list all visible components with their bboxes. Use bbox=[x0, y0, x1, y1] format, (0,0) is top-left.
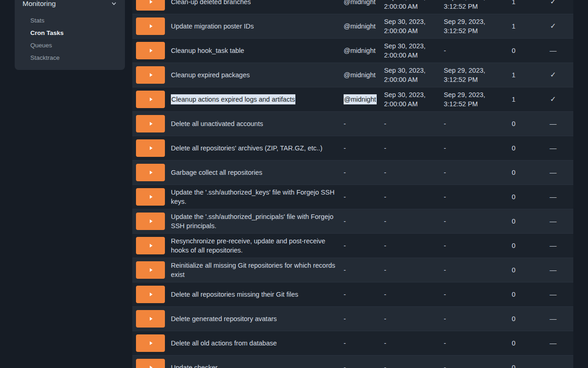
task-name: Delete generated repository avatars bbox=[171, 307, 342, 331]
dash-icon: — bbox=[550, 46, 557, 55]
table-row: Reinitialize all missing Git repositorie… bbox=[132, 258, 573, 282]
task-schedule: - bbox=[342, 112, 384, 136]
task-schedule: - bbox=[342, 258, 384, 282]
task-name: Delete all repositories' archives (ZIP, … bbox=[171, 136, 342, 160]
task-previous-run: Sep 29, 2023, 3:12:52 PM bbox=[444, 14, 505, 38]
task-exec-count: 0 bbox=[505, 282, 533, 306]
task-schedule: @midnight bbox=[342, 87, 384, 111]
task-schedule: - bbox=[342, 161, 384, 184]
task-next-run: Sep 30, 2023, 2:00:00 AM bbox=[384, 63, 444, 87]
dash-icon: — bbox=[550, 314, 557, 323]
task-schedule: - bbox=[342, 209, 384, 233]
table-row: Delete all old actions from database - -… bbox=[132, 331, 573, 356]
task-schedule: @midnight bbox=[342, 39, 384, 63]
run-task-button[interactable] bbox=[136, 310, 165, 328]
run-task-button[interactable] bbox=[136, 237, 165, 254]
task-next-run: Sep 30, 2023, 2:00:00 AM bbox=[384, 0, 444, 14]
task-status: ✓ bbox=[533, 14, 573, 38]
task-schedule: @midnight bbox=[342, 63, 384, 87]
task-status: — bbox=[533, 112, 573, 136]
run-task-button[interactable] bbox=[136, 0, 165, 11]
sidebar-item-stacktrace[interactable]: Stacktrace bbox=[15, 52, 125, 64]
table-row: Cleanup actions expired logs and artifac… bbox=[132, 87, 573, 112]
run-task-button[interactable] bbox=[136, 42, 165, 59]
sidebar-item-cron-tasks[interactable]: Cron Tasks bbox=[15, 27, 125, 39]
task-next-run: Sep 30, 2023, 2:00:00 AM bbox=[384, 87, 444, 111]
play-icon bbox=[150, 268, 153, 272]
task-name: Update the '.ssh/authorized_principals' … bbox=[171, 209, 342, 233]
task-next-run: - bbox=[384, 282, 444, 306]
run-task-button[interactable] bbox=[136, 91, 165, 108]
table-row: Update checker - - - 0 — bbox=[132, 356, 573, 368]
task-next-run: - bbox=[384, 161, 444, 184]
task-exec-count: 0 bbox=[505, 161, 533, 184]
play-icon bbox=[150, 341, 153, 345]
task-previous-run: - bbox=[444, 234, 505, 258]
task-schedule: - bbox=[342, 356, 384, 368]
task-previous-run: Sep 29, 2023, 3:12:52 PM bbox=[444, 0, 505, 14]
task-status: ✓ bbox=[533, 63, 573, 87]
task-exec-count: 0 bbox=[505, 258, 533, 282]
run-task-button[interactable] bbox=[136, 334, 165, 352]
run-task-button[interactable] bbox=[136, 359, 165, 368]
task-status: — bbox=[533, 39, 573, 63]
run-task-button[interactable] bbox=[136, 66, 165, 84]
task-exec-count: 0 bbox=[505, 185, 533, 209]
dash-icon: — bbox=[550, 144, 557, 153]
task-previous-run: - bbox=[444, 331, 505, 355]
task-previous-run: Sep 29, 2023, 3:12:52 PM bbox=[444, 87, 505, 111]
chevron-down-icon[interactable] bbox=[111, 0, 117, 7]
task-next-run: - bbox=[384, 185, 444, 209]
task-exec-count: 0 bbox=[505, 112, 533, 136]
play-icon bbox=[150, 219, 153, 223]
dash-icon: — bbox=[550, 241, 557, 250]
sidebar-item-queues[interactable]: Queues bbox=[15, 39, 125, 52]
run-task-button[interactable] bbox=[136, 286, 165, 303]
sidebar-item-stats[interactable]: Stats bbox=[15, 14, 125, 27]
task-previous-run: - bbox=[444, 161, 505, 184]
table-row: Resynchronize pre-receive, update and po… bbox=[132, 234, 573, 258]
run-task-button[interactable] bbox=[136, 261, 165, 279]
play-icon bbox=[150, 49, 153, 52]
play-icon bbox=[150, 293, 153, 296]
check-icon: ✓ bbox=[550, 0, 556, 6]
task-next-run: - bbox=[384, 234, 444, 258]
run-task-button[interactable] bbox=[136, 164, 165, 181]
task-status: — bbox=[533, 209, 573, 233]
task-name: Garbage collect all repositories bbox=[171, 161, 342, 184]
run-task-button[interactable] bbox=[136, 213, 165, 230]
task-exec-count: 0 bbox=[505, 136, 533, 160]
play-icon bbox=[150, 122, 153, 126]
table-row: Update the '.ssh/authorized_keys' file w… bbox=[132, 185, 573, 209]
play-icon bbox=[150, 73, 153, 77]
cron-tasks-table: Clean-up deleted branches @midnight Sep … bbox=[132, 0, 573, 368]
run-task-button[interactable] bbox=[136, 17, 165, 35]
sidebar-section-header[interactable]: Monitoring bbox=[15, 0, 125, 8]
task-name: Cleanup hook_task table bbox=[171, 39, 342, 63]
task-name: Delete all old actions from database bbox=[171, 331, 342, 355]
task-exec-count: 1 bbox=[505, 63, 533, 87]
task-name: Cleanup actions expired logs and artifac… bbox=[171, 87, 342, 111]
task-schedule: @midnight bbox=[342, 14, 384, 38]
task-next-run: Sep 30, 2023, 2:00:00 AM bbox=[384, 39, 444, 63]
task-schedule: - bbox=[342, 282, 384, 306]
task-next-run: Sep 30, 2023, 2:00:00 AM bbox=[384, 14, 444, 38]
task-next-run: - bbox=[384, 209, 444, 233]
task-name: Resynchronize pre-receive, update and po… bbox=[171, 234, 342, 258]
table-row: Clean-up deleted branches @midnight Sep … bbox=[132, 0, 573, 14]
task-status: — bbox=[533, 258, 573, 282]
task-next-run: - bbox=[384, 331, 444, 355]
check-icon: ✓ bbox=[550, 70, 556, 80]
task-next-run: - bbox=[384, 136, 444, 160]
task-previous-run: - bbox=[444, 258, 505, 282]
run-task-button[interactable] bbox=[136, 139, 165, 157]
check-icon: ✓ bbox=[550, 22, 556, 31]
run-task-button[interactable] bbox=[136, 188, 165, 206]
table-row: Update migration poster IDs @midnight Se… bbox=[132, 14, 573, 39]
play-icon bbox=[150, 146, 153, 150]
run-task-button[interactable] bbox=[136, 115, 165, 132]
task-exec-count: 0 bbox=[505, 39, 533, 63]
sidebar-items: StatsCron TasksQueuesStacktrace bbox=[15, 14, 125, 64]
task-next-run: - bbox=[384, 356, 444, 368]
monitoring-sidebar: Monitoring StatsCron TasksQueuesStacktra… bbox=[15, 0, 125, 70]
